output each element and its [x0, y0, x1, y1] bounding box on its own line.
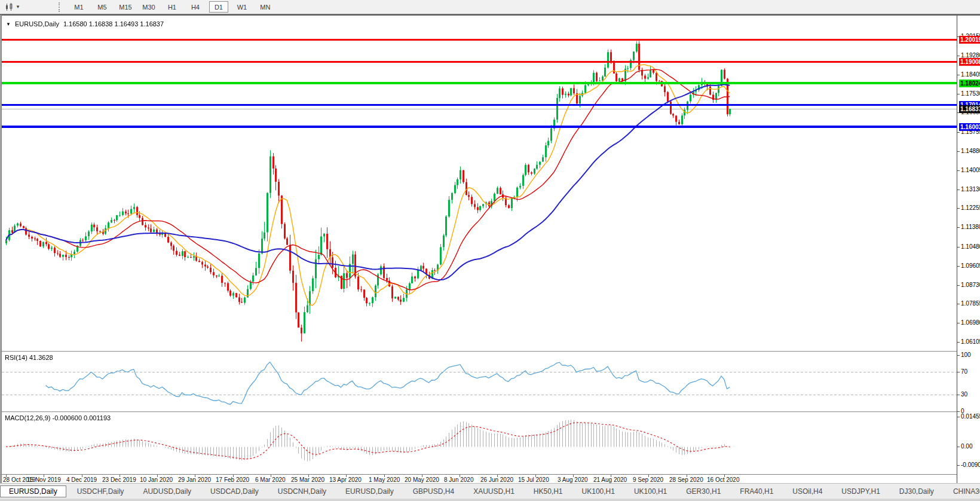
axis-tick-mark [957, 208, 960, 209]
level-price-badge-1.18024: 1.18024 [959, 80, 980, 87]
date-axis-label: 26 Jun 2020 [480, 476, 513, 483]
toolbar: ▼ M1M5M15M30H1H4D1W1MN [0, 0, 980, 14]
axis-tick-mark [957, 94, 960, 94]
price-axis-label: 1.14880 [961, 148, 980, 154]
chart-tab-xauusd-h1[interactable]: XAUUSD,H1 [465, 485, 523, 497]
date-axis[interactable]: 28 Oct 201915 Nov 20194 Dec 201923 Dec 2… [2, 474, 957, 484]
axis-tick-mark [957, 266, 960, 267]
chart-tab-gbpusd-h4[interactable]: GBPUSD,H4 [405, 485, 463, 497]
candlestick-chart-icon [5, 3, 14, 11]
chart-tab-usdchf-daily[interactable]: USDCHF,Daily [69, 485, 133, 497]
horizontal-level-line-1.17014[interactable] [2, 104, 957, 106]
date-axis-label: 17 Feb 2020 [216, 476, 249, 483]
rsi-pane[interactable]: RSI(14) 41.3628 [2, 352, 957, 411]
price-chart-pane[interactable]: ▼ EURUSD,Daily 1.16580 1.16838 1.16493 1… [2, 17, 957, 351]
date-axis-label: 25 Mar 2020 [291, 476, 324, 483]
price-axis-label: 1.11380 [961, 224, 980, 230]
price-axis-label: 1.09605 [961, 262, 980, 269]
status-strip [0, 499, 980, 501]
date-axis-label: 6 Mar 2020 [255, 476, 286, 483]
axis-tick-mark [957, 417, 960, 417]
current-price-badge: 1.16837 [959, 105, 980, 113]
macd-axis-label: 0.00 [961, 443, 972, 450]
horizontal-level-line-1.19008[interactable] [2, 61, 957, 63]
chart-header: ▼ EURUSD,Daily 1.16580 1.16838 1.16493 1… [6, 20, 164, 28]
timeframe-button-d1[interactable]: D1 [209, 1, 228, 13]
chart-tab-usdcad-daily[interactable]: USDCAD,Daily [202, 485, 267, 497]
axis-tick-mark [957, 170, 960, 171]
price-axis-label: 1.06980 [961, 319, 980, 326]
axis-tick-mark [957, 465, 960, 466]
date-axis-label: 8 Jun 2020 [444, 476, 474, 483]
timeframe-button-m15[interactable]: M15 [116, 1, 135, 13]
chart-tab-china300-h1[interactable]: CHINA300,H1 [945, 485, 980, 497]
level-price-badge-1.20019: 1.20019 [959, 36, 980, 44]
chart-tab-uk100-h1[interactable]: UK100,H1 [574, 485, 623, 497]
macd-axis-label: -0.009003 [961, 462, 980, 468]
rsi-axis-label: 100 [961, 352, 971, 358]
axis-tick-mark [957, 342, 960, 343]
axis-tick-mark [957, 75, 960, 75]
axis-tick-mark [957, 304, 960, 304]
timeframe-button-mn[interactable]: MN [256, 1, 275, 13]
chart-ohlc-values: 1.16580 1.16838 1.16493 1.16837 [63, 20, 164, 28]
axis-tick-mark [957, 227, 960, 228]
timeframe-button-w1[interactable]: W1 [232, 1, 252, 13]
axis-tick-mark [957, 56, 960, 56]
chart-tab-uk100-h1[interactable]: UK100,H1 [626, 485, 675, 497]
rsi-label: RSI(14) 41.3628 [5, 354, 53, 361]
date-axis-label: 1 May 2020 [369, 476, 400, 483]
axis-tick-mark [957, 447, 960, 447]
price-axis-label: 1.12255 [961, 204, 980, 211]
axis-tick-mark [957, 247, 960, 248]
axis-tick-mark [957, 372, 960, 372]
timeframe-button-h4[interactable]: H4 [186, 1, 205, 13]
date-axis-label: 13 Apr 2020 [329, 476, 362, 483]
horizontal-level-line-1.20019[interactable] [2, 39, 957, 41]
chart-tab-bar: EURUSD,DailyUSDCHF,DailyAUDUSD,DailyUSDC… [0, 483, 980, 499]
timeframe-button-m5[interactable]: M5 [93, 1, 112, 13]
chart-symbol-label: EURUSD,Daily [15, 20, 59, 28]
date-axis-label: 15 Jul 2020 [518, 476, 549, 483]
chart-tab-usdcnh-daily[interactable]: USDCNH,Daily [270, 485, 335, 497]
price-axis-label: 1.13130 [961, 186, 980, 193]
date-axis-label: 4 Dec 2019 [66, 476, 97, 483]
toolbar-grip[interactable] [59, 2, 61, 12]
date-axis-label: 20 May 2020 [405, 476, 439, 483]
chart-tab-usdjpy-h1[interactable]: USDJPY,H1 [833, 485, 888, 497]
chart-window: ▼ EURUSD,Daily 1.16580 1.16838 1.16493 1… [0, 14, 980, 483]
chart-tab-fra40-h1[interactable]: FRA40,H1 [731, 485, 782, 497]
chart-tab-dj30-daily[interactable]: DJ30,Daily [891, 485, 942, 497]
axis-tick-mark [957, 355, 960, 356]
rsi-axis-label: 70 [961, 368, 967, 375]
chart-tab-usoil-h4[interactable]: USOil,H4 [784, 485, 831, 497]
date-axis-label: 28 Sep 2020 [669, 476, 703, 483]
price-axis-label: 1.14005 [961, 167, 980, 173]
price-axis-label: 1.07855 [961, 300, 980, 307]
axis-tick-mark [957, 411, 960, 412]
date-axis-label: 29 Jan 2020 [178, 476, 211, 483]
axis-tick-mark [957, 395, 960, 395]
timeframe-button-m30[interactable]: M30 [139, 1, 158, 13]
price-axis[interactable]: 1.201551.192801.184051.175301.166551.157… [957, 16, 980, 483]
timeframe-button-m1[interactable]: M1 [69, 1, 88, 13]
horizontal-level-line-1.16003[interactable] [2, 126, 957, 128]
horizontal-level-line-1.18024[interactable] [2, 82, 957, 84]
chart-tab-eurusd-daily[interactable]: EURUSD,Daily [0, 485, 66, 497]
date-axis-label: 15 Nov 2019 [27, 476, 61, 483]
dropdown-caret-icon: ▼ [16, 5, 20, 10]
chart-tab-ger30-h1[interactable]: GER30,H1 [678, 485, 729, 497]
chart-tab-eurusd-daily[interactable]: EURUSD,Daily [337, 485, 402, 497]
collapse-triangle-icon: ▼ [6, 22, 11, 27]
date-axis-label: 21 Aug 2020 [593, 476, 627, 483]
price-axis-label: 1.08730 [961, 282, 980, 288]
chart-tab-audusd-daily[interactable]: AUDUSD,Daily [134, 485, 200, 497]
macd-pane[interactable]: MACD(12,26,9) -0.000600 0.001193 [2, 413, 957, 473]
timeframe-button-h1[interactable]: H1 [163, 1, 182, 13]
chart-tab-hk50-h1[interactable]: HK50,H1 [525, 485, 571, 497]
chart-type-button[interactable]: ▼ [2, 1, 23, 13]
price-axis-label: 1.10480 [961, 243, 980, 250]
price-axis-label: 1.17530 [961, 90, 980, 97]
timeframe-buttons: M1M5M15M30H1H4D1W1MN [69, 1, 279, 13]
date-axis-label: 23 Dec 2019 [102, 476, 136, 483]
